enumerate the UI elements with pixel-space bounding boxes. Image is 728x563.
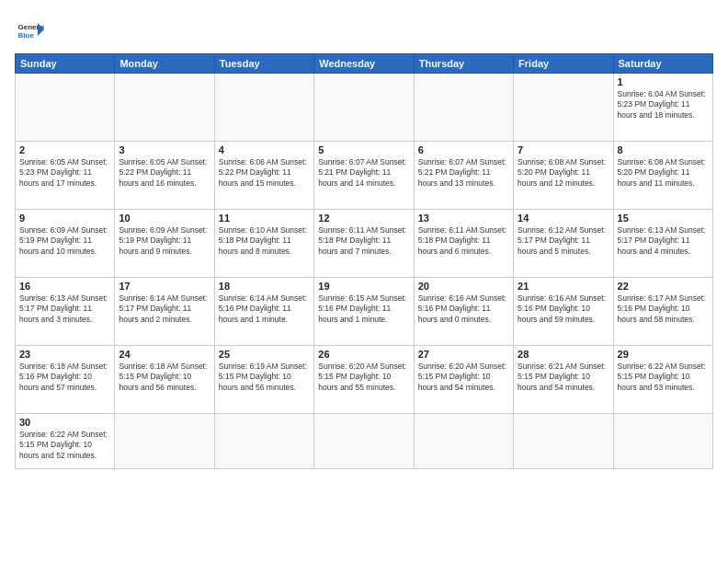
day-info: Sunrise: 6:14 AM Sunset: 5:16 PM Dayligh… bbox=[219, 293, 310, 325]
day-info: Sunrise: 6:16 AM Sunset: 5:16 PM Dayligh… bbox=[418, 293, 509, 325]
calendar-cell: 16Sunrise: 6:13 AM Sunset: 5:17 PM Dayli… bbox=[16, 278, 115, 346]
calendar-cell: 10Sunrise: 6:09 AM Sunset: 5:19 PM Dayli… bbox=[115, 210, 214, 278]
day-number: 4 bbox=[219, 144, 310, 155]
day-number: 26 bbox=[318, 349, 409, 360]
calendar-cell bbox=[514, 74, 613, 142]
calendar-cell bbox=[115, 74, 214, 142]
weekday-header-thursday: Thursday bbox=[414, 54, 513, 74]
weekday-header-row: SundayMondayTuesdayWednesdayThursdayFrid… bbox=[16, 54, 713, 74]
calendar-cell: 27Sunrise: 6:20 AM Sunset: 5:15 PM Dayli… bbox=[414, 346, 513, 414]
calendar-cell: 13Sunrise: 6:11 AM Sunset: 5:18 PM Dayli… bbox=[414, 210, 513, 278]
day-info: Sunrise: 6:20 AM Sunset: 5:15 PM Dayligh… bbox=[318, 362, 409, 393]
header: General Blue bbox=[15, 15, 713, 44]
day-info: Sunrise: 6:08 AM Sunset: 5:20 PM Dayligh… bbox=[518, 157, 609, 189]
day-info: Sunrise: 6:18 AM Sunset: 5:15 PM Dayligh… bbox=[119, 362, 210, 393]
svg-text:Blue: Blue bbox=[18, 31, 35, 40]
day-info: Sunrise: 6:11 AM Sunset: 5:18 PM Dayligh… bbox=[418, 225, 509, 257]
logo-icon: General Blue bbox=[15, 15, 44, 44]
day-info: Sunrise: 6:09 AM Sunset: 5:19 PM Dayligh… bbox=[19, 225, 110, 257]
calendar-cell: 21Sunrise: 6:16 AM Sunset: 5:16 PM Dayli… bbox=[514, 278, 613, 346]
calendar-week-5: 23Sunrise: 6:18 AM Sunset: 5:16 PM Dayli… bbox=[16, 346, 713, 414]
day-number: 23 bbox=[19, 349, 110, 360]
day-number: 2 bbox=[19, 144, 110, 155]
calendar-week-2: 2Sunrise: 6:05 AM Sunset: 5:23 PM Daylig… bbox=[16, 142, 713, 210]
calendar-cell: 15Sunrise: 6:13 AM Sunset: 5:17 PM Dayli… bbox=[613, 210, 712, 278]
day-number: 15 bbox=[618, 213, 709, 224]
day-number: 11 bbox=[219, 213, 310, 224]
calendar-cell bbox=[115, 414, 214, 469]
day-info: Sunrise: 6:12 AM Sunset: 5:17 PM Dayligh… bbox=[518, 225, 609, 257]
calendar-cell: 4Sunrise: 6:06 AM Sunset: 5:22 PM Daylig… bbox=[214, 142, 313, 210]
day-number: 3 bbox=[119, 144, 210, 155]
calendar-cell: 6Sunrise: 6:07 AM Sunset: 5:21 PM Daylig… bbox=[414, 142, 513, 210]
calendar-cell: 19Sunrise: 6:15 AM Sunset: 5:16 PM Dayli… bbox=[314, 278, 414, 346]
day-number: 1 bbox=[618, 76, 709, 87]
day-info: Sunrise: 6:20 AM Sunset: 5:15 PM Dayligh… bbox=[418, 362, 509, 393]
calendar-cell: 5Sunrise: 6:07 AM Sunset: 5:21 PM Daylig… bbox=[314, 142, 414, 210]
day-number: 22 bbox=[618, 281, 709, 292]
logo: General Blue bbox=[15, 15, 48, 44]
calendar-week-6: 30Sunrise: 6:22 AM Sunset: 5:15 PM Dayli… bbox=[16, 414, 713, 469]
day-info: Sunrise: 6:18 AM Sunset: 5:16 PM Dayligh… bbox=[19, 362, 110, 393]
day-number: 10 bbox=[119, 213, 210, 224]
day-info: Sunrise: 6:10 AM Sunset: 5:18 PM Dayligh… bbox=[219, 225, 310, 257]
day-info: Sunrise: 6:05 AM Sunset: 5:22 PM Dayligh… bbox=[119, 157, 210, 189]
day-info: Sunrise: 6:04 AM Sunset: 5:23 PM Dayligh… bbox=[618, 89, 709, 121]
day-number: 8 bbox=[618, 144, 709, 155]
day-number: 29 bbox=[618, 349, 709, 360]
weekday-header-wednesday: Wednesday bbox=[314, 54, 414, 74]
calendar-cell: 11Sunrise: 6:10 AM Sunset: 5:18 PM Dayli… bbox=[214, 210, 313, 278]
calendar-cell: 29Sunrise: 6:22 AM Sunset: 5:15 PM Dayli… bbox=[613, 346, 712, 414]
day-info: Sunrise: 6:22 AM Sunset: 5:15 PM Dayligh… bbox=[618, 362, 709, 393]
calendar-cell: 23Sunrise: 6:18 AM Sunset: 5:16 PM Dayli… bbox=[16, 346, 115, 414]
day-info: Sunrise: 6:09 AM Sunset: 5:19 PM Dayligh… bbox=[119, 225, 210, 257]
calendar-cell: 26Sunrise: 6:20 AM Sunset: 5:15 PM Dayli… bbox=[314, 346, 414, 414]
calendar-cell bbox=[214, 414, 313, 469]
day-number: 12 bbox=[318, 213, 409, 224]
day-number: 18 bbox=[219, 281, 310, 292]
weekday-header-friday: Friday bbox=[514, 54, 613, 74]
calendar-cell bbox=[414, 74, 513, 142]
day-info: Sunrise: 6:13 AM Sunset: 5:17 PM Dayligh… bbox=[618, 225, 709, 257]
calendar-cell bbox=[214, 74, 313, 142]
page: General Blue SundayMondayTuesdayWednesda… bbox=[0, 0, 728, 563]
calendar-table: SundayMondayTuesdayWednesdayThursdayFrid… bbox=[15, 53, 713, 469]
day-info: Sunrise: 6:13 AM Sunset: 5:17 PM Dayligh… bbox=[19, 293, 110, 325]
day-number: 24 bbox=[119, 349, 210, 360]
calendar-week-3: 9Sunrise: 6:09 AM Sunset: 5:19 PM Daylig… bbox=[16, 210, 713, 278]
day-number: 13 bbox=[418, 213, 509, 224]
day-number: 7 bbox=[518, 144, 609, 155]
calendar-cell: 28Sunrise: 6:21 AM Sunset: 5:15 PM Dayli… bbox=[514, 346, 613, 414]
day-info: Sunrise: 6:11 AM Sunset: 5:18 PM Dayligh… bbox=[318, 225, 409, 257]
day-info: Sunrise: 6:05 AM Sunset: 5:23 PM Dayligh… bbox=[19, 157, 110, 189]
calendar-cell: 18Sunrise: 6:14 AM Sunset: 5:16 PM Dayli… bbox=[214, 278, 313, 346]
calendar-cell: 2Sunrise: 6:05 AM Sunset: 5:23 PM Daylig… bbox=[16, 142, 115, 210]
weekday-header-tuesday: Tuesday bbox=[214, 54, 313, 74]
calendar-cell: 17Sunrise: 6:14 AM Sunset: 5:17 PM Dayli… bbox=[115, 278, 214, 346]
calendar-cell bbox=[613, 414, 712, 469]
day-info: Sunrise: 6:21 AM Sunset: 5:15 PM Dayligh… bbox=[518, 362, 609, 393]
weekday-header-monday: Monday bbox=[115, 54, 214, 74]
day-info: Sunrise: 6:17 AM Sunset: 5:16 PM Dayligh… bbox=[618, 293, 709, 325]
day-info: Sunrise: 6:19 AM Sunset: 5:15 PM Dayligh… bbox=[219, 362, 310, 393]
calendar-cell: 14Sunrise: 6:12 AM Sunset: 5:17 PM Dayli… bbox=[514, 210, 613, 278]
day-number: 25 bbox=[219, 349, 310, 360]
calendar-cell bbox=[314, 414, 414, 469]
calendar-cell: 30Sunrise: 6:22 AM Sunset: 5:15 PM Dayli… bbox=[16, 414, 115, 469]
calendar-cell: 12Sunrise: 6:11 AM Sunset: 5:18 PM Dayli… bbox=[314, 210, 414, 278]
weekday-header-saturday: Saturday bbox=[613, 54, 712, 74]
calendar-cell: 8Sunrise: 6:08 AM Sunset: 5:20 PM Daylig… bbox=[613, 142, 712, 210]
calendar-cell bbox=[16, 74, 115, 142]
calendar-cell: 7Sunrise: 6:08 AM Sunset: 5:20 PM Daylig… bbox=[514, 142, 613, 210]
day-number: 27 bbox=[418, 349, 509, 360]
day-number: 20 bbox=[418, 281, 509, 292]
day-number: 16 bbox=[19, 281, 110, 292]
calendar-cell: 3Sunrise: 6:05 AM Sunset: 5:22 PM Daylig… bbox=[115, 142, 214, 210]
day-number: 30 bbox=[19, 417, 110, 428]
day-info: Sunrise: 6:07 AM Sunset: 5:21 PM Dayligh… bbox=[318, 157, 409, 189]
calendar-week-1: 1Sunrise: 6:04 AM Sunset: 5:23 PM Daylig… bbox=[16, 74, 713, 142]
day-number: 9 bbox=[19, 213, 110, 224]
calendar-cell: 25Sunrise: 6:19 AM Sunset: 5:15 PM Dayli… bbox=[214, 346, 313, 414]
day-info: Sunrise: 6:07 AM Sunset: 5:21 PM Dayligh… bbox=[418, 157, 509, 189]
calendar-cell: 1Sunrise: 6:04 AM Sunset: 5:23 PM Daylig… bbox=[613, 74, 712, 142]
